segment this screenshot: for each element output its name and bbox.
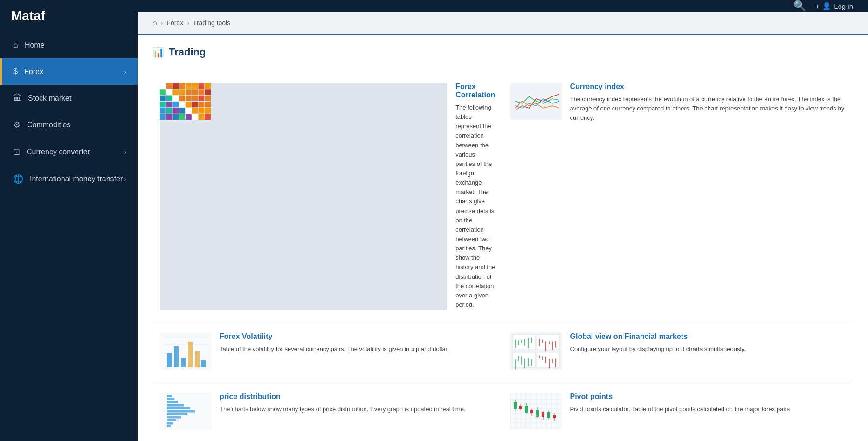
svg-rect-91 [167,407,190,409]
tool-title-pivot-points: Pivot points [570,393,846,401]
svg-rect-25 [166,102,172,107]
svg-rect-46 [199,114,205,119]
tool-info-forex-volatility: Forex VolatilityTable of the volatility … [220,332,496,354]
svg-rect-55 [181,358,186,367]
tool-desc-currency-index: The currency index represents the evolut… [570,95,846,123]
tool-title-price-distribution: price distribution [220,393,496,401]
tool-item-currency-index[interactable]: Currency indexThe currency index represe… [503,71,854,321]
commodities-icon: ⚙ [13,120,21,130]
search-icon[interactable]: 🔍 [793,0,806,12]
login-plus-icon: + [815,2,820,10]
svg-rect-10 [173,89,179,95]
svg-rect-4 [186,83,192,89]
svg-rect-90 [167,404,184,407]
main-content: 🔍 + 👤 Log in ⌂ › Forex › Trading tools 📊… [138,0,868,441]
stock-market-icon: 🏛 [13,93,21,103]
svg-rect-117 [514,402,517,409]
sidebar-item-currency-converter[interactable]: ⊡Currency converter› [0,138,138,165]
tool-info-price-distribution: price distributionThe charts below show … [220,393,496,414]
svg-rect-2 [173,83,179,89]
section-icon: 📊 [152,47,164,58]
login-user-icon: 👤 [822,2,831,10]
svg-rect-11 [179,89,185,95]
tool-desc-forex-volatility: Table of the volatility for several curr… [220,345,496,354]
international-money-transfer-icon: 🌐 [13,174,23,184]
svg-rect-42 [173,114,179,119]
svg-rect-35 [179,108,185,113]
login-button[interactable]: + 👤 Log in [815,2,853,10]
tool-item-forex-volatility[interactable]: Forex VolatilityTable of the volatility … [152,321,503,381]
tool-title-global-view: Global view on Financial markets [570,332,846,341]
svg-rect-123 [530,410,533,413]
svg-rect-41 [166,114,172,119]
svg-rect-92 [167,410,195,413]
svg-rect-5 [192,83,198,89]
svg-rect-40 [160,114,166,119]
tool-info-currency-index: Currency indexThe currency index represe… [570,83,846,123]
sidebar-item-stock-market[interactable]: 🏛Stock market [0,85,138,111]
tool-item-pivot-points[interactable]: Pivot pointsPivot points calculator. Tab… [503,381,854,441]
tool-item-global-view[interactable]: Global view on Financial marketsConfigur… [503,321,854,381]
svg-rect-36 [186,108,192,113]
tool-title-forex-correlation: Forex Correlation [455,83,495,99]
sidebar-item-commodities[interactable]: ⚙Commodities [0,111,138,138]
sidebar-item-forex[interactable]: $Forex› [0,58,138,85]
tool-thumb-pivot [510,393,562,430]
svg-rect-119 [519,406,522,409]
sidebar-item-home[interactable]: ⌂Home [0,32,138,58]
svg-rect-34 [173,108,179,113]
tool-thumb-price-dist [160,393,211,430]
svg-rect-95 [167,419,176,421]
svg-rect-44 [186,114,192,119]
svg-rect-89 [167,401,178,403]
svg-rect-73 [513,352,535,367]
svg-rect-12 [186,89,192,95]
svg-rect-16 [160,95,166,101]
tool-info-global-view: Global view on Financial marketsConfigur… [570,332,846,354]
svg-rect-6 [199,83,205,89]
content-area: 📊 Trading Forex CorrelationThe following… [138,34,868,441]
currency-converter-icon: ⊡ [13,147,20,157]
chevron-icon-forex: › [124,68,126,76]
section-header: 📊 Trading [152,46,853,58]
svg-rect-43 [179,114,185,119]
svg-rect-20 [186,95,192,101]
svg-rect-39 [205,108,211,113]
sidebar-label-stock-market: Stock market [28,94,71,103]
tool-desc-price-distribution: The charts below show many types of pric… [220,405,496,414]
svg-rect-8 [160,89,166,95]
svg-rect-28 [186,102,192,107]
svg-rect-45 [192,114,198,119]
svg-rect-53 [167,353,172,367]
svg-rect-88 [167,398,174,400]
tool-item-forex-correlation[interactable]: Forex CorrelationThe following tables re… [152,71,503,321]
breadcrumb-sep-1: › [161,19,163,27]
svg-rect-66 [537,335,559,350]
svg-rect-37 [192,108,198,113]
breadcrumb-forex[interactable]: Forex [166,19,183,27]
svg-rect-0 [160,83,166,89]
logo[interactable]: Mataf [0,0,138,32]
svg-rect-1 [166,83,172,89]
svg-rect-38 [199,108,205,113]
svg-rect-29 [192,102,198,107]
svg-rect-54 [174,346,179,367]
chevron-icon-currency-converter: › [124,148,126,156]
sidebar-label-forex: Forex [24,68,43,76]
tool-thumb-correlation [160,83,447,310]
svg-rect-59 [513,335,535,350]
sidebar-item-international-money-transfer[interactable]: 🌐International money transfer› [0,165,138,193]
tool-thumb-currency-index [510,83,562,120]
svg-rect-9 [166,89,172,95]
home-icon[interactable]: ⌂ [152,19,157,27]
svg-rect-27 [179,102,185,107]
svg-rect-26 [173,102,179,107]
forex-icon: $ [13,67,18,76]
tool-item-price-distribution[interactable]: price distributionThe charts below show … [152,381,503,441]
topbar: 🔍 + 👤 Log in [138,0,868,12]
svg-rect-21 [192,95,198,101]
svg-rect-33 [166,108,172,113]
svg-rect-17 [166,95,172,101]
tool-thumb-volatility [160,332,211,370]
tool-title-currency-index: Currency index [570,83,846,91]
